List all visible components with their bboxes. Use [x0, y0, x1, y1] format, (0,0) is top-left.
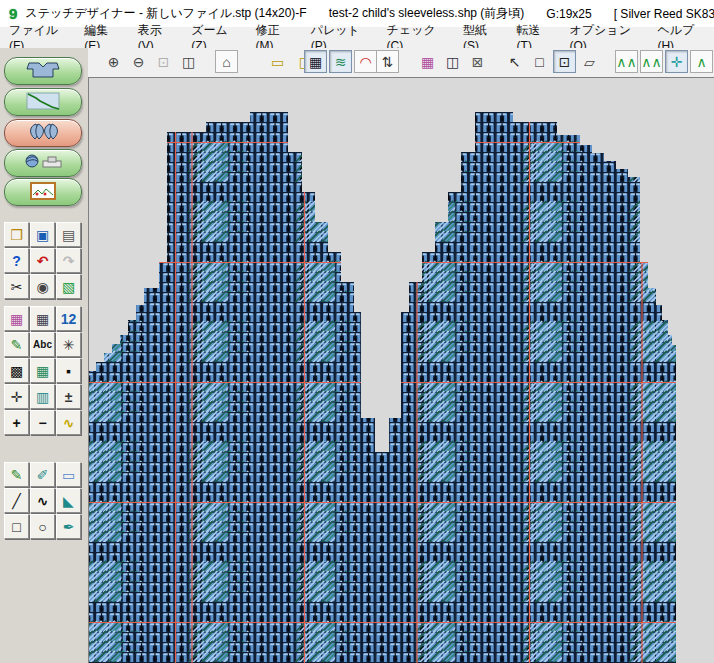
- zoom-out-button[interactable]: ⊖: [127, 50, 150, 73]
- motif-select-icon: ◫: [446, 54, 459, 70]
- needle-select-icon: ✳: [63, 337, 75, 353]
- cut-icon: ✂: [11, 279, 23, 295]
- garment-move-icon: ✛: [671, 54, 683, 70]
- rect-tool-button[interactable]: □: [4, 514, 29, 539]
- line-tool-button[interactable]: ╱: [4, 488, 29, 513]
- select-skew-icon: ▱: [584, 54, 595, 70]
- move-pattern-icon: ✛: [11, 389, 23, 405]
- garment-move-button[interactable]: ✛: [665, 50, 688, 73]
- shaping-steps-icon: [26, 92, 60, 113]
- grid-dots-button[interactable]: ▦: [30, 306, 55, 331]
- checker-button[interactable]: ▩: [4, 358, 29, 383]
- write-pen-button[interactable]: ✎: [4, 332, 29, 357]
- color-grid-button[interactable]: ▦: [30, 358, 55, 383]
- select-pointer-icon: ↖: [509, 54, 521, 70]
- add-row-button[interactable]: +: [4, 410, 29, 435]
- grid-dots-icon: ▦: [36, 311, 49, 327]
- zoom-group: ⊕⊖⊡◫: [102, 50, 200, 73]
- select-skew-button[interactable]: ▱: [578, 50, 601, 73]
- needle-bed-button[interactable]: ⌂: [215, 50, 238, 73]
- needle-select-button[interactable]: ✳: [56, 332, 81, 357]
- palette-colors-button[interactable]: ▦: [4, 306, 29, 331]
- remove-row-button[interactable]: −: [30, 410, 55, 435]
- yarn-loop-button[interactable]: ∿: [56, 410, 81, 435]
- mode-garment-button[interactable]: [4, 57, 82, 85]
- motif-off-button[interactable]: ⊠: [466, 50, 489, 73]
- sort-colors-icon: ⇅: [382, 54, 394, 70]
- pattern-photo-button[interactable]: ▥: [30, 384, 55, 409]
- mode-stitch-button[interactable]: [4, 119, 82, 147]
- stitch-view-button[interactable]: ≋: [329, 50, 352, 73]
- main-toolbar: ⊕⊖⊡◫⌂▭▯▦≋◠⇅▦◫⊠↖□⊡▱∧∧∧∧✛∧∧: [88, 48, 714, 78]
- number-display-button[interactable]: 12: [56, 306, 81, 331]
- zoom-selection-icon: ◫: [182, 54, 195, 70]
- ellipse-tool-button[interactable]: ○: [30, 514, 55, 539]
- color-palette-button[interactable]: ▦: [416, 50, 439, 73]
- curve-tool-icon: ∿: [37, 493, 49, 509]
- paste-pattern-button[interactable]: ▧: [56, 274, 81, 299]
- mode-knit-button[interactable]: [4, 149, 82, 177]
- print-icon: ▤: [62, 227, 75, 243]
- zoom-out-icon: ⊖: [133, 54, 145, 70]
- dropper-tool-button[interactable]: ✒: [56, 514, 81, 539]
- select-center-button[interactable]: ⊡: [553, 50, 576, 73]
- redo-button[interactable]: ↷: [56, 248, 81, 273]
- select-center-icon: ⊡: [559, 54, 571, 70]
- view-group: ▦≋◠: [304, 50, 377, 73]
- single-dot-icon: ▪: [66, 363, 71, 379]
- select-group: ↖□⊡▱: [503, 50, 601, 73]
- machine-group: ⌂: [215, 50, 238, 73]
- ellipse-tool-icon: ○: [38, 519, 46, 535]
- brush-tool-icon: ✐: [37, 467, 49, 483]
- select-pointer-button[interactable]: ↖: [503, 50, 526, 73]
- open-file-button[interactable]: ❒: [4, 222, 29, 247]
- curve-tool-button[interactable]: ∿: [30, 488, 55, 513]
- text-abc-button[interactable]: Abc: [30, 332, 55, 357]
- yarn-loop-icon: ∿: [63, 415, 75, 431]
- snapshot-button[interactable]: ◉: [30, 274, 55, 299]
- mode-picture-button[interactable]: [4, 178, 82, 206]
- undo-button[interactable]: ↶: [30, 248, 55, 273]
- eraser-tool-button[interactable]: ▭: [56, 462, 81, 487]
- ruler-horizontal-icon: ▭: [271, 54, 284, 70]
- color-palette-icon: ▦: [421, 54, 434, 70]
- zoom-in-icon: ⊕: [108, 54, 120, 70]
- help-button[interactable]: ?: [4, 248, 29, 273]
- garment-pieces-button[interactable]: ∧∧: [615, 50, 638, 73]
- sort-colors-button[interactable]: ⇅: [376, 50, 399, 73]
- garment-pieces2-button[interactable]: ∧∧: [640, 50, 663, 73]
- knitting-pattern-canvas[interactable]: [89, 78, 714, 663]
- print-button[interactable]: ▤: [56, 222, 81, 247]
- save-file-icon: ▣: [36, 227, 49, 243]
- garment-pieces-icon: ∧∧: [616, 54, 637, 70]
- resize-plusminus-icon: ±: [65, 389, 73, 405]
- grid-view-button[interactable]: ▦: [304, 50, 327, 73]
- cut-button[interactable]: ✂: [4, 274, 29, 299]
- garment-single-button[interactable]: ∧: [690, 50, 713, 73]
- remove-row-icon: −: [38, 415, 46, 431]
- pencil-tool-button[interactable]: ✎: [4, 462, 29, 487]
- undo-icon: ↶: [37, 253, 49, 269]
- left-sidebar: ❒▣▤?↶↷✂◉▧▦▦12✎Abc✳▩▦▪✛▥±+−∿✎✐▭╱∿◣□○✒: [0, 48, 88, 663]
- zoom-selection-button[interactable]: ◫: [177, 50, 200, 73]
- redo-icon: ↷: [63, 253, 75, 269]
- zoom-in-button[interactable]: ⊕: [102, 50, 125, 73]
- select-rect-icon: □: [535, 54, 543, 70]
- select-rect-button[interactable]: □: [528, 50, 551, 73]
- move-pattern-button[interactable]: ✛: [4, 384, 29, 409]
- picture-icon: [30, 182, 56, 203]
- save-file-button[interactable]: ▣: [30, 222, 55, 247]
- motif-select-button[interactable]: ◫: [441, 50, 464, 73]
- zoom-window-button[interactable]: ⊡: [152, 50, 175, 73]
- motif-off-icon: ⊠: [472, 54, 484, 70]
- fill-bucket-button[interactable]: ◣: [56, 488, 81, 513]
- single-dot-button[interactable]: ▪: [56, 358, 81, 383]
- garment-group: ∧∧∧∧✛∧∧: [615, 50, 714, 73]
- brush-tool-button[interactable]: ✐: [30, 462, 55, 487]
- mode-shaping-button[interactable]: [4, 88, 82, 116]
- resize-plusminus-button[interactable]: ±: [56, 384, 81, 409]
- color-grid-icon: ▦: [36, 363, 49, 379]
- ruler-horizontal-button[interactable]: ▭: [266, 50, 289, 73]
- rainbow-color-button[interactable]: ◠: [354, 50, 377, 73]
- number-display-icon: 12: [61, 311, 77, 327]
